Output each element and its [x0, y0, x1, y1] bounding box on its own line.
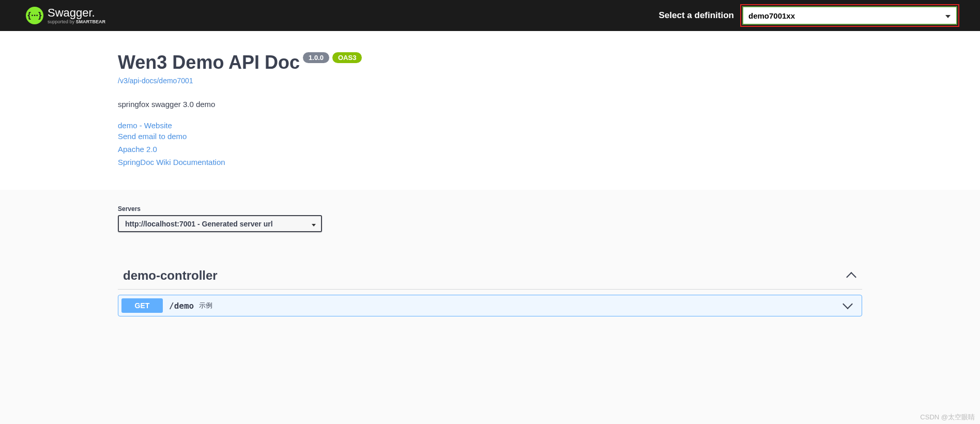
definition-select-highlight: demo7001xx [740, 4, 959, 27]
info-links: demo - Website Send email to demo Apache… [118, 121, 862, 166]
api-title-row: Wen3 Demo API Doc 1.0.0 OAS3 [118, 52, 862, 73]
server-select[interactable]: http://localhost:7001 - Generated server… [118, 215, 322, 232]
spec-url-link[interactable]: /v3/api-docs/demo7001 [118, 77, 193, 85]
swagger-logo[interactable]: {···} Swagger. supported by SMARTBEAR [26, 7, 105, 24]
tag-header[interactable]: demo-controller [118, 263, 862, 290]
contact-link[interactable]: Send email to demo [118, 132, 862, 141]
servers-label: Servers [118, 205, 862, 213]
definition-select[interactable]: demo7001xx [742, 6, 957, 25]
definition-select-label: Select a definition [659, 10, 734, 21]
external-docs-link[interactable]: SpringDoc Wiki Documentation [118, 158, 862, 166]
tag-section: demo-controller GET /demo 示例 [118, 263, 862, 337]
chevron-up-icon [846, 272, 856, 282]
swagger-logo-icon: {···} [26, 7, 43, 24]
info-section: Wen3 Demo API Doc 1.0.0 OAS3 /v3/api-doc… [0, 31, 980, 190]
operation-row[interactable]: GET /demo 示例 [118, 295, 862, 316]
chevron-down-icon [843, 299, 853, 309]
website-link[interactable]: demo - Website [118, 121, 862, 130]
swagger-logo-text: Swagger. [48, 7, 105, 19]
operation-summary: 示例 [199, 301, 212, 310]
api-title: Wen3 Demo API Doc [118, 52, 300, 73]
swagger-logo-subtext: supported by SMARTBEAR [48, 20, 105, 24]
servers-section: Servers http://localhost:7001 - Generate… [118, 190, 862, 241]
oas-badge: OAS3 [332, 52, 362, 63]
tag-name: demo-controller [123, 268, 218, 283]
api-description: springfox swagger 3.0 demo [118, 100, 862, 109]
license-link[interactable]: Apache 2.0 [118, 145, 862, 154]
topbar: {···} Swagger. supported by SMARTBEAR Se… [0, 0, 980, 31]
operation-path: /demo [169, 301, 194, 311]
version-badge: 1.0.0 [303, 52, 329, 63]
topbar-right: Select a definition demo7001xx [659, 4, 959, 27]
http-method-badge: GET [121, 298, 163, 313]
